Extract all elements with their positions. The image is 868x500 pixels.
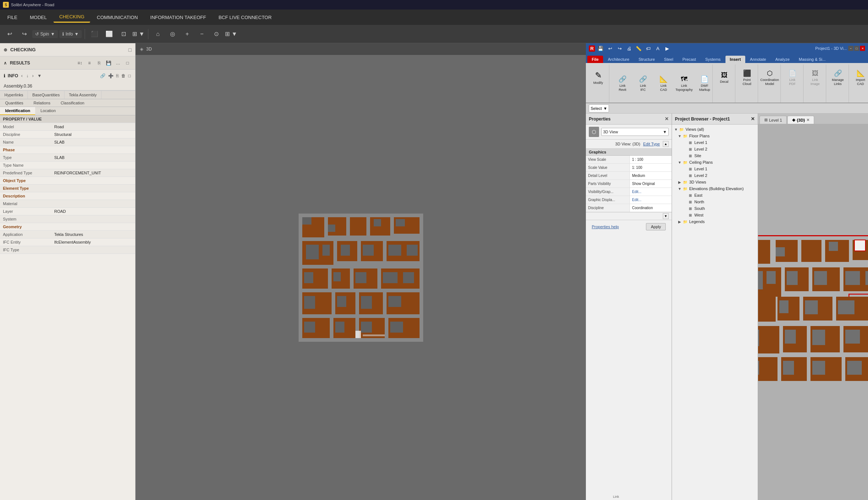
revit-measure-btn[interactable]: 📏: [635, 44, 643, 52]
prop-value-view-scale[interactable]: 1 : 100: [630, 156, 672, 163]
tree-item[interactable]: ▶ 📁 3D Views: [672, 179, 758, 185]
prop-type-dropdown[interactable]: 3D View ▼: [601, 128, 669, 136]
menu-bcf[interactable]: BCF LIVE CONNECTOR: [213, 12, 277, 22]
revit-undo-btn[interactable]: ↩: [606, 44, 614, 52]
info-link-btn[interactable]: 🔗: [99, 73, 106, 79]
prop-value-discipline[interactable]: Coordination: [630, 204, 672, 212]
zoom-out-button[interactable]: −: [195, 27, 208, 41]
ribbon-tab-steel[interactable]: Steel: [660, 56, 677, 63]
tab-teklaassembly[interactable]: Tekla Assembly: [64, 91, 101, 99]
view-3d-solid-button[interactable]: ⬛: [88, 27, 101, 41]
view-toggle-button[interactable]: ⊞ ▼: [132, 27, 145, 41]
menu-information-takeoff[interactable]: INFORMATION TAKEOFF: [144, 12, 212, 22]
revit-maximize-btn[interactable]: □: [854, 46, 859, 51]
tree-item[interactable]: ⊞ Level 1: [672, 139, 758, 146]
ribbon-btn-link-ifc[interactable]: 🔗 LinkIFC: [634, 74, 653, 93]
tree-item[interactable]: ⊞ Level 2: [672, 146, 758, 152]
ribbon-tab-architecture[interactable]: Architecture: [603, 56, 634, 63]
menu-model[interactable]: MODEL: [24, 12, 52, 22]
subtab-relations[interactable]: Relations: [29, 99, 56, 107]
revit-print-btn[interactable]: 🖨: [625, 44, 633, 52]
tree-item[interactable]: ▼ 📁 Floor Plans: [672, 133, 758, 139]
tree-item[interactable]: ⊞ Site: [672, 152, 758, 159]
subtab-location[interactable]: Location: [35, 107, 61, 115]
info-nav-next[interactable]: ›: [32, 73, 34, 79]
info-copy-btn[interactable]: ⎘: [115, 73, 119, 79]
ribbon-btn-dwf-markup[interactable]: 📄 DWFMarkup: [695, 74, 714, 93]
view-canvas[interactable]: [136, 55, 586, 500]
info-nav-prev[interactable]: ‹: [21, 73, 23, 79]
info-delete-btn[interactable]: 🗑: [121, 73, 126, 79]
view-section-button[interactable]: ⊡: [117, 27, 130, 41]
info-button[interactable]: ℹ Info ▼: [59, 30, 82, 38]
ribbon-btn-coordination[interactable]: ⬡ CoordinationModel: [760, 66, 779, 89]
ribbon-btn-link-cad[interactable]: 📐 LinkCAD: [654, 74, 673, 93]
fit-view-button[interactable]: ⊙: [210, 27, 223, 41]
view-wireframe-button[interactable]: ⬜: [103, 27, 116, 41]
tab-hyperlinks[interactable]: Hyperlinks: [0, 91, 28, 99]
prop-value-scale-value[interactable]: 1: 100: [630, 164, 672, 171]
ribbon-btn-import-cad[interactable]: 📐 ImportCAD: [851, 66, 868, 89]
tab-basequantities[interactable]: BaseQuantities: [28, 91, 64, 99]
info-nav-dropdown[interactable]: ▼: [37, 73, 43, 79]
prop-value-detail-level[interactable]: Medium: [630, 172, 672, 179]
revit-tab-3d[interactable]: ◈ {3D} ✕: [787, 116, 814, 124]
revit-tab-level1[interactable]: ⊞ Level 1: [760, 116, 787, 124]
tree-item[interactable]: ▼ 📁 Views (all): [672, 126, 758, 133]
look-around-button[interactable]: ◎: [166, 27, 179, 41]
ribbon-tab-structure[interactable]: Structure: [634, 56, 660, 63]
revit-save-btn[interactable]: 💾: [596, 44, 605, 52]
tree-item[interactable]: ▼ 📁 Ceiling Plans: [672, 159, 758, 166]
apply-btn[interactable]: Apply: [646, 223, 666, 230]
left-panel-close[interactable]: □: [129, 47, 132, 53]
ribbon-tab-insert[interactable]: Insert: [725, 56, 745, 63]
menu-checking[interactable]: CHECKING: [53, 12, 91, 23]
revit-minimize-btn[interactable]: −: [848, 46, 853, 51]
zoom-in-button[interactable]: +: [181, 27, 194, 41]
ribbon-btn-link-pdf[interactable]: 📄 LinkPDF: [783, 66, 802, 89]
info-expand-btn[interactable]: □: [128, 73, 132, 79]
menu-file[interactable]: FILE: [1, 12, 23, 22]
info-nav-down[interactable]: ↓: [26, 73, 29, 79]
tree-item[interactable]: ⊞ East: [672, 192, 758, 199]
prop-help-link[interactable]: Properties help: [589, 223, 622, 230]
undo-button[interactable]: ↩: [3, 27, 16, 41]
redo-button[interactable]: ↪: [18, 27, 31, 41]
revit-text-btn[interactable]: A: [654, 44, 662, 52]
prop-value-visibility[interactable]: Edit...: [630, 188, 672, 196]
more-view-button[interactable]: ⊞ ▼: [225, 27, 238, 41]
spin-button[interactable]: ↺ Spin ▼: [32, 30, 58, 38]
revit-tag-btn[interactable]: 🏷: [644, 44, 652, 52]
subtab-classification[interactable]: Classification: [55, 99, 89, 107]
results-list-btn[interactable]: ≡: [85, 59, 93, 67]
ribbon-tab-precast[interactable]: Precast: [678, 56, 700, 63]
scroll-up-btn[interactable]: ▲: [663, 141, 669, 147]
info-add-btn[interactable]: ➕: [107, 73, 114, 79]
results-sort-btn[interactable]: ≡↕: [76, 59, 84, 67]
tree-item[interactable]: ⊞ West: [672, 212, 758, 218]
results-expand-btn[interactable]: □: [123, 59, 132, 67]
revit-forward-btn[interactable]: ▶: [663, 44, 671, 52]
ribbon-tab-file[interactable]: File: [587, 56, 603, 63]
ribbon-btn-decal[interactable]: 🖼 Decal: [715, 66, 734, 89]
subtab-identification[interactable]: Identification: [0, 107, 35, 115]
results-copy-btn[interactable]: ⎘: [95, 59, 103, 67]
3d-close-btn[interactable]: ✕: [806, 118, 809, 122]
ribbon-tab-analyze[interactable]: Analyze: [771, 56, 794, 63]
ribbon-btn-link-revit[interactable]: 🔗 LinkRevit: [613, 74, 632, 93]
browser-close-btn[interactable]: ✕: [751, 116, 755, 122]
prop-value-parts-visibility[interactable]: Show Original: [630, 180, 672, 188]
select-dropdown[interactable]: Select ▼: [589, 104, 609, 112]
prop-value-graphic-display[interactable]: Edit...: [630, 196, 672, 204]
tree-item[interactable]: ⊞ Level 2: [672, 172, 758, 179]
ribbon-btn-link-image[interactable]: 🖼 LinkImage: [806, 66, 825, 89]
tree-item[interactable]: ⊞ Level 1: [672, 166, 758, 172]
menu-communication[interactable]: COMMUNICATION: [91, 12, 144, 22]
prop-section-graphics[interactable]: Graphics: [586, 149, 672, 156]
revit-close-btn[interactable]: ✕: [860, 46, 865, 51]
ribbon-btn-point-cloud[interactable]: ⬛ PointCloud: [738, 66, 757, 89]
subtab-quantities[interactable]: Quantities: [0, 99, 29, 107]
tree-item[interactable]: ▶ 📁 Legends: [672, 218, 758, 225]
ribbon-tab-annotate[interactable]: Annotate: [746, 56, 771, 63]
tree-item[interactable]: ▼ 📁 Elevations (Building Elevation): [672, 185, 758, 192]
